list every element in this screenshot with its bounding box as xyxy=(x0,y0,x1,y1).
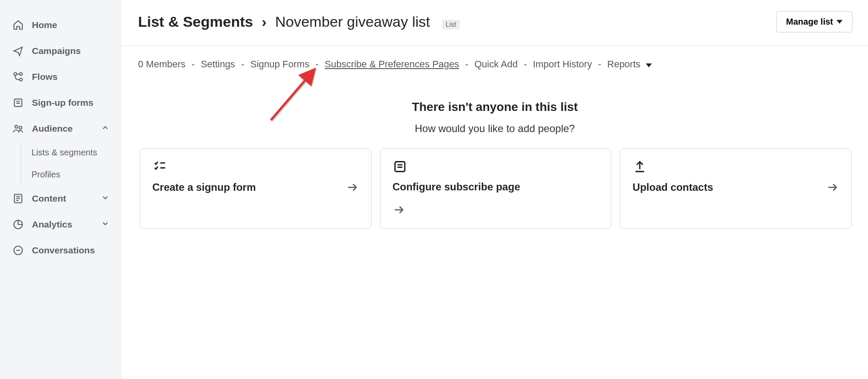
card-create-signup-form[interactable]: Create a signup form xyxy=(140,148,371,229)
list-type-badge: List xyxy=(442,20,460,29)
chevron-down-icon xyxy=(101,193,110,204)
tab-separator: - xyxy=(241,59,244,70)
caret-down-icon xyxy=(837,20,843,24)
list-tabs: 0 Members - Settings - Signup Forms - Su… xyxy=(122,46,868,70)
empty-state-subtitle: How would you like to add people? xyxy=(138,123,852,135)
breadcrumb: List & Segments › November giveaway list… xyxy=(138,13,460,30)
tab-signup-forms[interactable]: Signup Forms xyxy=(250,59,309,70)
card-title: Upload contacts xyxy=(632,181,713,193)
caret-down-icon xyxy=(646,63,652,67)
form-icon xyxy=(12,97,24,109)
tab-separator: - xyxy=(315,59,318,70)
tab-settings[interactable]: Settings xyxy=(201,59,235,70)
sidebar-item-conversations[interactable]: Conversations xyxy=(0,237,122,263)
sidebar-item-analytics[interactable]: Analytics xyxy=(0,212,122,237)
sidebar-item-signup-forms[interactable]: Sign-up forms xyxy=(0,90,122,116)
sidebar-item-label: Campaigns xyxy=(32,46,81,56)
svg-point-2 xyxy=(19,73,22,76)
card-title: Create a signup form xyxy=(152,181,256,193)
sidebar-item-lists-segments[interactable]: Lists & segments xyxy=(21,142,122,164)
arrow-right-icon xyxy=(393,210,406,218)
manage-list-label: Manage list xyxy=(786,17,833,27)
tab-subscribe-preferences[interactable]: Subscribe & Preferences Pages xyxy=(324,59,459,70)
tab-reports-label: Reports xyxy=(607,59,641,69)
card-title: Configure subscribe page xyxy=(393,181,520,193)
sidebar-item-campaigns[interactable]: Campaigns xyxy=(0,38,122,64)
tab-separator: - xyxy=(465,59,468,70)
svg-point-1 xyxy=(19,78,22,81)
tab-separator: - xyxy=(598,59,601,70)
sidebar-item-profiles[interactable]: Profiles xyxy=(21,164,122,186)
page-header: List & Segments › November giveaway list… xyxy=(122,0,868,46)
analytics-icon xyxy=(12,218,24,231)
empty-state-title: There isn't anyone in this list xyxy=(138,100,852,114)
tab-quick-add[interactable]: Quick Add xyxy=(475,59,518,70)
page-icon xyxy=(393,159,407,174)
conversations-icon xyxy=(12,244,24,256)
svg-point-5 xyxy=(19,126,22,129)
card-upload-contacts[interactable]: Upload contacts xyxy=(620,148,852,229)
flows-icon xyxy=(12,71,24,83)
sidebar-item-label: Profiles xyxy=(31,170,60,179)
sidebar: Home Campaigns Flows Sign-up forms Audie… xyxy=(0,0,122,379)
sidebar-item-label: Analytics xyxy=(32,219,72,230)
checklist-icon xyxy=(152,159,167,174)
sidebar-item-label: Lists & segments xyxy=(31,148,97,157)
tab-members[interactable]: 0 Members xyxy=(138,59,186,70)
arrow-right-icon xyxy=(346,181,359,194)
breadcrumb-leaf: November giveaway list xyxy=(275,13,430,30)
sidebar-item-flows[interactable]: Flows xyxy=(0,64,122,90)
breadcrumb-root[interactable]: List & Segments xyxy=(138,13,253,30)
home-icon xyxy=(12,19,24,31)
card-configure-subscribe-page[interactable]: Configure subscribe page xyxy=(380,148,612,229)
sidebar-item-label: Sign-up forms xyxy=(32,98,93,108)
action-cards: Create a signup form Configure subscribe… xyxy=(122,135,868,229)
tab-separator: - xyxy=(524,59,527,70)
upload-icon xyxy=(632,159,647,174)
send-icon xyxy=(12,45,24,57)
sidebar-item-home[interactable]: Home xyxy=(0,12,122,38)
manage-list-button[interactable]: Manage list xyxy=(776,11,852,32)
svg-point-0 xyxy=(14,73,17,76)
tab-separator: - xyxy=(192,59,195,70)
content-icon xyxy=(12,193,24,205)
tab-import-history[interactable]: Import History xyxy=(533,59,592,70)
empty-state: There isn't anyone in this list How woul… xyxy=(122,70,868,135)
tab-reports[interactable]: Reports xyxy=(607,59,652,70)
svg-point-4 xyxy=(15,125,18,128)
sidebar-item-label: Home xyxy=(32,20,57,30)
sidebar-item-label: Content xyxy=(32,193,66,204)
audience-icon xyxy=(12,123,24,135)
chevron-down-icon xyxy=(101,219,110,230)
sidebar-item-label: Flows xyxy=(32,72,58,82)
sidebar-item-content[interactable]: Content xyxy=(0,186,122,212)
main-content: List & Segments › November giveaway list… xyxy=(122,0,868,379)
sidebar-item-label: Conversations xyxy=(32,245,95,256)
breadcrumb-separator: › xyxy=(261,13,266,30)
chevron-up-icon xyxy=(101,123,110,134)
arrow-right-icon xyxy=(826,181,839,194)
sidebar-item-audience[interactable]: Audience xyxy=(0,116,122,142)
audience-subnav: Lists & segments Profiles xyxy=(21,142,122,186)
sidebar-item-label: Audience xyxy=(32,123,73,134)
